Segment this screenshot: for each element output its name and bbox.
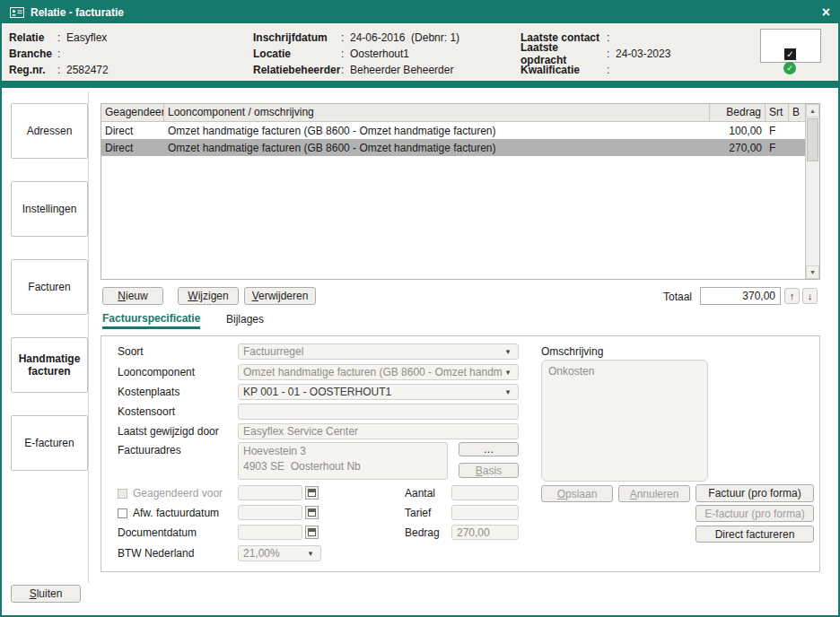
- tarief-label: Tarief: [405, 507, 431, 519]
- basis-button-label: Basis: [476, 465, 502, 477]
- verwijderen-button[interactable]: Verwijderen: [244, 287, 316, 305]
- afw-factuurdatum-checkbox[interactable]: [118, 508, 127, 518]
- move-down-button[interactable]: ↓: [802, 288, 818, 304]
- colon: :: [607, 48, 616, 60]
- direct-factureren-button[interactable]: Direct factureren: [696, 526, 814, 543]
- sluiten-button[interactable]: Sluiten: [11, 585, 81, 603]
- branche-label: Branche: [9, 48, 57, 60]
- omschrijving-textarea[interactable]: Onkosten: [541, 360, 708, 482]
- totaal-label: Totaal: [663, 291, 692, 303]
- move-up-button[interactable]: ↑: [784, 288, 800, 304]
- sidebar-item-e-facturen[interactable]: E-facturen: [11, 415, 88, 471]
- tab-factuurspecificatie[interactable]: Factuurspecificatie: [102, 312, 200, 329]
- chevron-down-icon: ▾: [305, 549, 316, 558]
- relatie-facturatie-window: Relatie - facturatie × Relatie:Easyflex …: [0, 0, 840, 617]
- wijzigen-button[interactable]: Wijzigen: [178, 287, 239, 305]
- arrow-up-icon: ↑: [790, 291, 795, 301]
- sidebar-item-handmatige-facturen[interactable]: Handmatige facturen: [11, 337, 88, 393]
- factuuradres-line1: Hoevestein 3: [243, 444, 442, 459]
- kostenplaats-value: KP 001 - 01 - OOSTERHOUT1: [243, 386, 503, 398]
- documentdatum-date-input[interactable]: [238, 525, 302, 540]
- scroll-down-icon[interactable]: ▼: [806, 265, 819, 279]
- col-header-looncomponent: Looncomponent / omschrijving: [164, 104, 710, 121]
- relatie-value: Easyflex: [66, 31, 107, 44]
- cell-geagendeerd: Direct: [101, 142, 164, 154]
- documentdatum-calendar-icon[interactable]: [305, 526, 319, 539]
- annuleren-button[interactable]: Annuleren: [618, 485, 690, 502]
- afw-factuurdatum-date-input[interactable]: [238, 505, 302, 520]
- sidebar-item-label: Adressen: [27, 125, 73, 137]
- totaal-value-field[interactable]: 370,00: [700, 287, 781, 305]
- invoice-lines-table: Geagendeerd Looncomponent / omschrijving…: [101, 103, 820, 280]
- sidebar-item-instellingen[interactable]: Instellingen: [11, 181, 88, 237]
- chevron-down-icon: ▾: [503, 368, 513, 377]
- nieuw-button-label: Nieuw: [118, 290, 147, 302]
- geagendeerd-voor-date-input[interactable]: [238, 485, 302, 500]
- header-checkbox-checked[interactable]: ✓: [784, 48, 796, 60]
- colon: :: [57, 48, 66, 60]
- cell-srt: F: [766, 142, 789, 154]
- afw-factuurdatum-label: Afw. factuurdatum: [133, 507, 219, 519]
- looncomponent-value: Omzet handmatige facturen (GB 8600 - Omz…: [243, 366, 503, 378]
- sidebar-item-facturen[interactable]: Facturen: [11, 259, 88, 315]
- factuuradres-line2: 4903 SE Oosterhout Nb: [243, 459, 442, 474]
- colon: :: [341, 64, 350, 76]
- geagendeerd-voor-checkbox[interactable]: [118, 489, 127, 499]
- colon: :: [341, 48, 350, 60]
- e-factuur-pro-forma-label: E-factuur (pro forma): [704, 508, 804, 520]
- colon: :: [607, 64, 616, 76]
- looncomponent-label: Looncomponent: [118, 366, 195, 378]
- kostensoort-input[interactable]: [238, 404, 519, 420]
- ellipsis-icon: …: [484, 443, 494, 456]
- opslaan-button[interactable]: Opslaan: [541, 485, 613, 502]
- btw-label: BTW Nederland: [118, 547, 194, 560]
- nieuw-button[interactable]: Nieuw: [102, 287, 163, 305]
- close-icon[interactable]: ×: [822, 5, 830, 20]
- sidebar-item-label: Facturen: [28, 281, 70, 293]
- tab-bijlages[interactable]: Bijlages: [226, 313, 264, 326]
- e-factuur-pro-forma-button[interactable]: E-factuur (pro forma): [696, 505, 814, 522]
- factuurspecificatie-form: Soort Factuurregel ▾ Looncomponent Omzet…: [101, 335, 820, 572]
- inschrijfdatum-value: 24-06-2016 (Debnr: 1): [350, 31, 459, 44]
- relatie-label: Relatie: [9, 31, 57, 44]
- soort-select[interactable]: Factuurregel ▾: [238, 343, 519, 360]
- table-row[interactable]: Direct Omzet handmatige facturen (GB 860…: [101, 122, 805, 139]
- geagendeerd-voor-calendar-icon[interactable]: [305, 486, 319, 500]
- chevron-down-icon: ▾: [503, 387, 513, 396]
- sidebar-item-adressen[interactable]: Adressen: [11, 103, 88, 159]
- btw-select[interactable]: 21,00% ▾: [238, 545, 321, 561]
- kostenplaats-select[interactable]: KP 001 - 01 - OOSTERHOUT1 ▾: [238, 384, 519, 400]
- sidebar-divider: [88, 91, 89, 583]
- laatst-gewijzigd-value: Easyflex Service Center: [238, 423, 519, 439]
- factuuradres-label: Factuuradres: [118, 444, 181, 456]
- direct-factureren-label: Direct factureren: [715, 528, 795, 541]
- afw-factuurdatum-calendar-icon[interactable]: [305, 506, 319, 519]
- basis-button[interactable]: Basis: [459, 463, 519, 478]
- bedrag-input[interactable]: 270,00: [451, 525, 519, 540]
- scroll-up-icon[interactable]: ▲: [806, 104, 819, 117]
- regnr-value: 2582472: [66, 64, 109, 76]
- cell-omschrijving: Omzet handmatige facturen (GB 8600 - Omz…: [164, 142, 710, 154]
- header-col-1: Relatie:Easyflex Branche: Reg.nr.:258247…: [9, 30, 109, 78]
- relatiebeheerder-value: Beheerder Beheerder: [350, 64, 453, 76]
- tarief-input[interactable]: [451, 505, 519, 520]
- cell-bedrag: 100,00: [710, 125, 766, 137]
- aantal-input[interactable]: [451, 485, 519, 500]
- status-ok-badge: ✓: [783, 62, 796, 74]
- scroll-thumb[interactable]: [807, 118, 818, 161]
- soort-value: Factuurregel: [243, 345, 503, 358]
- teal-separator: [2, 81, 838, 88]
- cell-bedrag: 270,00: [710, 142, 766, 154]
- looncomponent-select[interactable]: Omzet handmatige facturen (GB 8600 - Omz…: [238, 364, 519, 380]
- factuur-pro-forma-label: Factuur (pro forma): [708, 487, 801, 500]
- factuur-pro-forma-button[interactable]: Factuur (pro forma): [696, 484, 814, 502]
- inschrijfdatum-label: Inschrijfdatum: [253, 31, 341, 44]
- table-scrollbar[interactable]: ▲ ▼: [805, 104, 819, 279]
- cell-geagendeerd: Direct: [101, 125, 164, 137]
- cell-srt: F: [766, 125, 789, 137]
- table-row-selected[interactable]: Direct Omzet handmatige facturen (GB 860…: [101, 139, 805, 156]
- sluiten-button-label: Sluiten: [30, 587, 63, 600]
- arrow-down-icon: ↓: [808, 291, 813, 301]
- factuuradres-browse-button[interactable]: …: [459, 442, 519, 456]
- sidebar-item-label: Handmatige facturen: [14, 352, 84, 378]
